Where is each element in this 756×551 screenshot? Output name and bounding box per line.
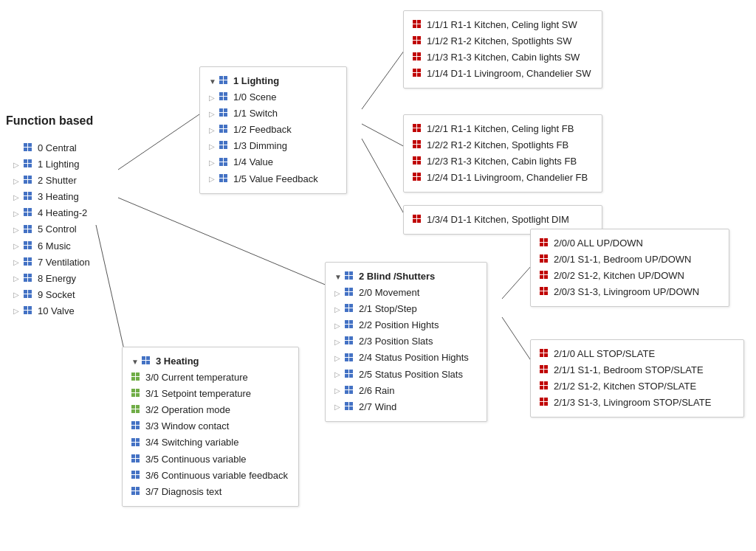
svg-rect-214 — [540, 386, 543, 389]
lighting-sub-item[interactable]: ▷ 1/4 Value — [209, 154, 337, 170]
expand-arrow: ▷ — [13, 175, 21, 187]
left-list-item-9[interactable]: ▷ 9 Socket — [13, 287, 90, 303]
heating-title-label: 3 Heating — [156, 353, 199, 370]
svg-rect-167 — [417, 73, 421, 77]
left-list-item-4[interactable]: ▷ 4 Heating-2 — [13, 205, 90, 221]
left-list-item-6[interactable]: ▷ 6 Music — [13, 238, 90, 254]
svg-rect-35 — [28, 246, 32, 249]
svg-rect-137 — [349, 353, 353, 357]
heating-sub-item[interactable]: 3/0 Current temperature — [131, 370, 289, 386]
svg-rect-204 — [540, 349, 543, 353]
heating-sub-item[interactable]: 3/1 Setpoint temperature — [131, 386, 289, 402]
feedback-item: 1/2/3 R1-3 Kitchen, Cabin lights FB — [413, 153, 593, 170]
svg-rect-31 — [28, 229, 32, 233]
svg-rect-180 — [413, 173, 416, 176]
stop-box: 2/1/0 ALL STOP/SLATE 2/1/1 S1-1, Bedroom… — [530, 339, 744, 417]
heating-sub-item[interactable]: 3/2 Operation mode — [131, 402, 289, 418]
svg-rect-197 — [544, 271, 548, 274]
svg-rect-149 — [349, 402, 353, 406]
shutter-sub-item[interactable]: ▷ 2/3 Position Slats — [334, 333, 478, 350]
switch-item: 1/1/1 R1-1 Kitchen, Celing light SW — [413, 17, 593, 33]
svg-rect-48 — [24, 306, 27, 310]
svg-rect-30 — [24, 229, 27, 233]
lighting-sub-item[interactable]: ▷ 1/0 Scene — [209, 89, 337, 105]
lighting-item-label: 1/5 Value Feedback — [233, 171, 318, 187]
svg-rect-171 — [417, 128, 421, 132]
lighting-sub-item[interactable]: ▷ 1/5 Value Feedback — [209, 171, 337, 187]
stop-item-label: 2/1/3 S1-3, Livingroom STOP/SLATE — [554, 395, 711, 411]
svg-rect-130 — [345, 325, 348, 328]
svg-rect-125 — [349, 304, 353, 308]
left-list-item-3[interactable]: ▷ 3 Heating — [13, 189, 90, 205]
expand-arrow: ▷ — [334, 368, 342, 381]
svg-rect-39 — [28, 262, 32, 266]
svg-rect-58 — [219, 97, 223, 100]
svg-rect-118 — [345, 276, 348, 280]
shutter-box: ▼ 2 Blind /Shutters▷ 2/0 Movement▷ 2/1 S… — [325, 262, 487, 422]
expand-arrow: ▷ — [13, 272, 21, 285]
left-list-item-0[interactable]: 0 Central — [13, 140, 90, 156]
lighting-sub-item[interactable]: ▷ 1/1 Switch — [209, 105, 337, 122]
svg-rect-76 — [219, 174, 223, 178]
expand-arrow: ▷ — [209, 173, 216, 185]
expand-arrow: ▷ — [13, 305, 21, 317]
svg-rect-12 — [24, 159, 27, 163]
shutter-sub-item[interactable]: ▷ 2/2 Position Hights — [334, 317, 478, 333]
heating-sub-item[interactable]: 3/6 Continuous variable feedback — [131, 468, 289, 484]
shutter-sub-item[interactable]: ▷ 2/7 Wind — [334, 399, 478, 415]
svg-rect-190 — [540, 243, 543, 246]
svg-rect-207 — [544, 353, 548, 357]
movement-item: 2/0/3 S1-3, Livingroom UP/DOWN — [540, 284, 720, 300]
left-list-item-8[interactable]: ▷ 8 Energy — [13, 271, 90, 287]
lighting-sub-item[interactable]: ▷ 1/3 Dimming — [209, 138, 337, 154]
left-list-item-5[interactable]: ▷ 5 Control — [13, 221, 90, 238]
svg-rect-189 — [544, 238, 548, 242]
left-list-item-2[interactable]: ▷ 2 Shutter — [13, 173, 90, 189]
svg-rect-183 — [417, 177, 421, 181]
heating-box: ▼ 3 Heating 3/0 Current temperature 3/1 … — [122, 347, 299, 507]
svg-rect-217 — [544, 398, 548, 401]
svg-rect-25 — [28, 208, 32, 212]
svg-rect-187 — [417, 219, 421, 223]
shutter-sub-item[interactable]: ▷ 2/6 Rain — [334, 383, 478, 399]
switch-item: 1/1/3 R1-3 Kitchen, Cabin lights SW — [413, 49, 593, 66]
lighting-sub-item[interactable]: ▷ 1/2 Feedback — [209, 122, 337, 138]
left-list-item-10[interactable]: ▷ 10 Valve — [13, 303, 90, 319]
shutter-sub-item[interactable]: ▷ 2/0 Movement — [334, 285, 478, 301]
svg-rect-191 — [544, 243, 548, 246]
svg-rect-121 — [349, 288, 353, 291]
svg-rect-156 — [413, 36, 416, 40]
svg-rect-86 — [131, 377, 135, 381]
svg-rect-65 — [224, 125, 227, 128]
feedback-item-label: 1/2/3 R1-3 Kitchen, Cabin lights FB — [427, 153, 577, 170]
svg-rect-173 — [417, 140, 421, 144]
svg-rect-178 — [413, 161, 416, 164]
svg-rect-141 — [349, 370, 353, 373]
shutter-sub-item[interactable]: ▷ 2/1 Stop/Step — [334, 301, 478, 317]
left-list-item-7[interactable]: ▷ 7 Ventilation — [13, 254, 90, 271]
list-item-label: 2 Shutter — [38, 173, 77, 189]
svg-rect-102 — [131, 443, 135, 446]
collapse-arrow: ▼ — [334, 271, 342, 283]
heating-sub-item[interactable]: 3/4 Switching variable — [131, 434, 289, 451]
movement-item-label: 2/0/2 S1-2, Kitchen UP/DOWN — [554, 268, 684, 284]
svg-rect-69 — [224, 141, 227, 145]
heating-sub-item[interactable]: 3/3 Window contact — [131, 418, 289, 434]
svg-rect-8 — [24, 143, 27, 147]
svg-rect-169 — [417, 124, 421, 128]
list-item-label: 9 Socket — [38, 287, 75, 303]
svg-rect-196 — [540, 271, 543, 274]
svg-rect-194 — [540, 259, 543, 263]
canvas: Function based 0 Central▷ 1 Lighting▷ 2 … — [0, 0, 756, 551]
heating-sub-item[interactable]: 3/5 Continuous variable — [131, 451, 289, 468]
svg-rect-210 — [540, 370, 543, 373]
shutter-sub-item[interactable]: ▷ 2/5 Status Position Slats — [334, 367, 478, 383]
svg-rect-116 — [345, 271, 348, 275]
svg-rect-126 — [345, 308, 348, 312]
svg-rect-13 — [28, 159, 32, 163]
svg-rect-184 — [413, 215, 416, 218]
svg-rect-110 — [131, 475, 135, 479]
left-list-item-1[interactable]: ▷ 1 Lighting — [13, 156, 90, 173]
heating-sub-item[interactable]: 3/7 Diagnosis text — [131, 484, 289, 500]
shutter-sub-item[interactable]: ▷ 2/4 Status Position Hights — [334, 350, 478, 366]
